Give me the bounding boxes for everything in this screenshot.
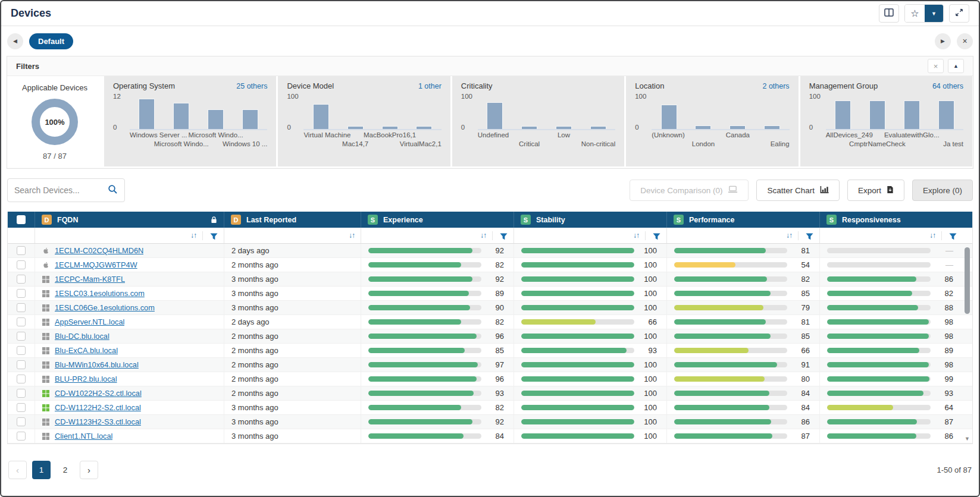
device-link[interactable]: BLU-PR2.blu.local — [55, 375, 117, 383]
row-checkbox[interactable] — [17, 346, 26, 355]
sort-icon[interactable]: ↓↑ — [627, 231, 645, 240]
favorite-button[interactable]: ☆ — [905, 5, 925, 22]
device-link[interactable]: AppServer.NTL.local — [55, 317, 124, 326]
sort-icon[interactable]: ↓↑ — [923, 231, 941, 240]
score-bar-fill — [674, 362, 777, 367]
last-reported-cell: 3 months ago — [224, 301, 361, 314]
filter-chart: 1000 — [809, 96, 963, 131]
device-link[interactable]: 1ESLC06Ge.1esolutions.com — [55, 303, 155, 312]
chart-icon — [820, 185, 829, 196]
score-value: 92 — [489, 417, 504, 426]
row-checkbox[interactable] — [17, 317, 26, 326]
device-link[interactable]: CD-W1123H2-S3.ctl.local — [55, 417, 141, 426]
filter-funnel-icon[interactable] — [645, 231, 666, 240]
search-input[interactable] — [14, 185, 108, 195]
row-checkbox[interactable] — [17, 260, 26, 269]
device-link[interactable]: Blu-MWin10x64.blu.local — [55, 360, 139, 369]
scrollbar-thumb[interactable] — [965, 247, 970, 314]
score-bar-fill — [368, 262, 461, 268]
sort-icon[interactable]: ↓↑ — [184, 231, 202, 240]
fullscreen-button[interactable] — [949, 4, 969, 23]
prev-page-button[interactable]: ‹ — [8, 461, 27, 479]
filter-card-1: Device Model1 other1000Virtual MachineMa… — [278, 76, 450, 166]
close-tab-button[interactable]: × — [957, 33, 973, 49]
favorite-dropdown-button[interactable]: ▼ — [925, 5, 943, 22]
device-link[interactable]: 1ESLC03.1esolutions.com — [55, 289, 145, 298]
clear-filters-button[interactable]: × — [928, 59, 944, 73]
row-checkbox[interactable] — [17, 375, 26, 383]
y-axis: 120 — [113, 93, 130, 131]
row-select-cell — [8, 272, 35, 286]
export-button[interactable]: Export — [847, 180, 904, 201]
column-header-fqdn[interactable]: DFQDN — [35, 212, 224, 228]
filter-funnel-icon[interactable] — [941, 231, 963, 240]
tab-default[interactable]: Default — [29, 33, 73, 49]
score-bar-fill — [368, 433, 464, 439]
chevron-left-icon: ◀ — [13, 38, 17, 44]
others-link[interactable]: 64 others — [932, 82, 963, 90]
column-label: Experience — [383, 216, 423, 224]
page-button-1[interactable]: 1 — [32, 461, 51, 479]
row-checkbox[interactable] — [17, 432, 26, 441]
filter-bar — [695, 125, 711, 129]
experience-cell: 82 — [361, 315, 514, 329]
row-checkbox[interactable] — [17, 289, 26, 298]
row-checkbox[interactable] — [17, 275, 26, 284]
score-value: 100 — [641, 332, 657, 341]
others-link[interactable]: 1 other — [418, 82, 442, 90]
filter-funnel-icon[interactable] — [492, 231, 514, 240]
row-checkbox[interactable] — [17, 403, 26, 412]
row-checkbox[interactable] — [17, 332, 26, 341]
device-link[interactable]: Blu-ExCA.blu.local — [55, 346, 118, 355]
device-link[interactable]: 1ECPC-Mam-K8TFL — [55, 275, 125, 284]
filter-card-head: Operating System25 others — [113, 81, 267, 90]
row-checkbox[interactable] — [17, 246, 26, 255]
device-link[interactable]: CD-W1022H2-S2.ctl.local — [55, 389, 142, 398]
column-header-last_reported[interactable]: DLast Reported — [224, 212, 361, 228]
filter-bar — [487, 102, 503, 129]
search-icon[interactable] — [108, 184, 118, 197]
score-value: 86 — [938, 432, 953, 441]
column-header-stability[interactable]: SStability — [514, 212, 666, 228]
score-bar-fill — [521, 391, 634, 396]
row-checkbox[interactable] — [17, 417, 26, 426]
select-all-cell — [8, 212, 35, 228]
sort-icon[interactable]: ↓↑ — [474, 231, 492, 240]
column-header-performance[interactable]: SPerformance — [666, 212, 819, 228]
tabs-scroll-left-button[interactable]: ◀ — [7, 33, 23, 49]
row-checkbox[interactable] — [17, 360, 26, 369]
row-select-cell — [8, 415, 35, 429]
device-link[interactable]: 1ECLM-C02CQ4HLMD6N — [55, 246, 143, 255]
device-link[interactable]: 1ECLM-MQJGW6TP4W — [55, 260, 137, 269]
collapse-filters-button[interactable]: ▲ — [948, 59, 964, 73]
filter-funnel-icon[interactable] — [202, 231, 224, 240]
performance-cell: 82 — [666, 272, 819, 286]
others-link[interactable]: 2 others — [762, 82, 789, 90]
row-checkbox[interactable] — [17, 389, 26, 398]
device-comparison-button[interactable]: Device Comparison (0) — [630, 180, 749, 201]
scatter-chart-button[interactable]: Scatter Chart — [756, 180, 840, 201]
sort-icon[interactable]: ↓↑ — [780, 231, 798, 240]
score-bar-track — [368, 305, 481, 310]
device-link[interactable]: Client1.NTL.local — [55, 432, 112, 441]
columns-layout-button[interactable] — [879, 4, 899, 23]
others-link[interactable]: 25 others — [236, 82, 267, 90]
explore-button[interactable]: Explore (0) — [912, 180, 973, 201]
column-label: Last Reported — [246, 216, 296, 224]
score-value: 87 — [794, 432, 810, 441]
column-header-experience[interactable]: SExperience — [361, 212, 514, 228]
device-link[interactable]: CD-W1122H2-S2.ctl.local — [55, 403, 141, 412]
sort-icon[interactable]: ↓↑ — [343, 231, 361, 240]
page-button-2[interactable]: 2 — [56, 461, 74, 479]
column-header-responsiveness[interactable]: SResponsiveness — [819, 212, 972, 228]
score-value: 100 — [641, 432, 657, 441]
next-page-button[interactable]: › — [80, 461, 98, 479]
scrollbar-down-icon[interactable]: ▼ — [963, 436, 971, 442]
tabs-scroll-right-button[interactable]: ▶ — [935, 33, 951, 49]
prev-page-icon: ‹ — [16, 465, 19, 475]
filter-funnel-icon[interactable] — [798, 231, 819, 240]
select-all-checkbox[interactable] — [17, 215, 26, 224]
filter-bar — [590, 126, 606, 129]
device-link[interactable]: Blu-DC.blu.local — [55, 332, 109, 341]
row-checkbox[interactable] — [17, 303, 26, 312]
